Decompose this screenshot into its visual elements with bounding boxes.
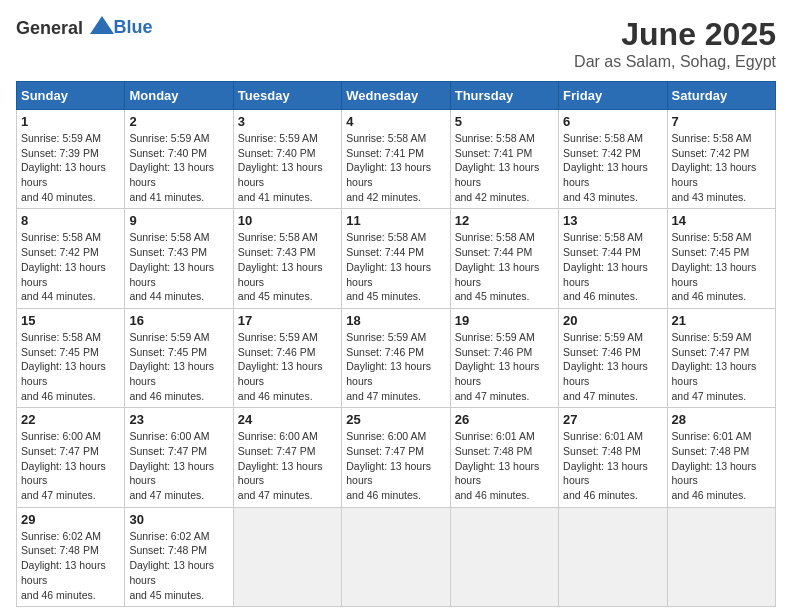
day-info: Sunrise: 5:58 AMSunset: 7:41 PMDaylight:… [455,131,554,204]
day-number: 30 [129,512,228,527]
day-number: 15 [21,313,120,328]
calendar-week-row: 15 Sunrise: 5:58 AMSunset: 7:45 PMDaylig… [17,308,776,407]
logo-icon [90,16,114,34]
calendar-day-cell: 8 Sunrise: 5:58 AMSunset: 7:42 PMDayligh… [17,209,125,308]
day-info: Sunrise: 6:00 AMSunset: 7:47 PMDaylight:… [129,429,228,502]
day-number: 9 [129,213,228,228]
day-number: 11 [346,213,445,228]
day-number: 25 [346,412,445,427]
day-info: Sunrise: 5:59 AMSunset: 7:39 PMDaylight:… [21,131,120,204]
calendar-day-cell: 29 Sunrise: 6:02 AMSunset: 7:48 PMDaylig… [17,507,125,606]
day-number: 27 [563,412,662,427]
calendar-day-cell: 3 Sunrise: 5:59 AMSunset: 7:40 PMDayligh… [233,110,341,209]
day-info: Sunrise: 5:58 AMSunset: 7:43 PMDaylight:… [129,230,228,303]
day-info: Sunrise: 5:59 AMSunset: 7:45 PMDaylight:… [129,330,228,403]
page-header: General Blue June 2025 Dar as Salam, Soh… [16,16,776,71]
day-info: Sunrise: 6:02 AMSunset: 7:48 PMDaylight:… [129,529,228,602]
calendar-day-cell: 9 Sunrise: 5:58 AMSunset: 7:43 PMDayligh… [125,209,233,308]
day-info: Sunrise: 6:01 AMSunset: 7:48 PMDaylight:… [563,429,662,502]
calendar-day-cell: 11 Sunrise: 5:58 AMSunset: 7:44 PMDaylig… [342,209,450,308]
day-info: Sunrise: 5:58 AMSunset: 7:45 PMDaylight:… [21,330,120,403]
weekday-header: Sunday [17,82,125,110]
day-number: 8 [21,213,120,228]
calendar-header-row: SundayMondayTuesdayWednesdayThursdayFrid… [17,82,776,110]
day-number: 23 [129,412,228,427]
calendar-day-cell: 1 Sunrise: 5:59 AMSunset: 7:39 PMDayligh… [17,110,125,209]
title-area: June 2025 Dar as Salam, Sohag, Egypt [574,16,776,71]
day-info: Sunrise: 5:58 AMSunset: 7:44 PMDaylight:… [563,230,662,303]
day-info: Sunrise: 5:58 AMSunset: 7:41 PMDaylight:… [346,131,445,204]
day-number: 19 [455,313,554,328]
calendar-day-cell: 13 Sunrise: 5:58 AMSunset: 7:44 PMDaylig… [559,209,667,308]
logo: General Blue [16,16,153,39]
day-number: 5 [455,114,554,129]
day-info: Sunrise: 5:58 AMSunset: 7:42 PMDaylight:… [672,131,771,204]
calendar-body: 1 Sunrise: 5:59 AMSunset: 7:39 PMDayligh… [17,110,776,607]
calendar-day-cell: 17 Sunrise: 5:59 AMSunset: 7:46 PMDaylig… [233,308,341,407]
day-info: Sunrise: 5:59 AMSunset: 7:40 PMDaylight:… [238,131,337,204]
day-info: Sunrise: 6:01 AMSunset: 7:48 PMDaylight:… [455,429,554,502]
day-info: Sunrise: 6:00 AMSunset: 7:47 PMDaylight:… [238,429,337,502]
calendar-week-row: 8 Sunrise: 5:58 AMSunset: 7:42 PMDayligh… [17,209,776,308]
day-number: 4 [346,114,445,129]
calendar-day-cell [559,507,667,606]
calendar-day-cell: 4 Sunrise: 5:58 AMSunset: 7:41 PMDayligh… [342,110,450,209]
day-number: 14 [672,213,771,228]
day-info: Sunrise: 5:58 AMSunset: 7:42 PMDaylight:… [21,230,120,303]
day-number: 26 [455,412,554,427]
day-info: Sunrise: 6:02 AMSunset: 7:48 PMDaylight:… [21,529,120,602]
calendar-day-cell: 28 Sunrise: 6:01 AMSunset: 7:48 PMDaylig… [667,408,775,507]
day-info: Sunrise: 6:00 AMSunset: 7:47 PMDaylight:… [346,429,445,502]
weekday-header: Thursday [450,82,558,110]
day-number: 1 [21,114,120,129]
day-info: Sunrise: 5:59 AMSunset: 7:46 PMDaylight:… [455,330,554,403]
day-number: 21 [672,313,771,328]
calendar-day-cell: 26 Sunrise: 6:01 AMSunset: 7:48 PMDaylig… [450,408,558,507]
calendar-day-cell: 14 Sunrise: 5:58 AMSunset: 7:45 PMDaylig… [667,209,775,308]
day-number: 17 [238,313,337,328]
calendar-day-cell: 7 Sunrise: 5:58 AMSunset: 7:42 PMDayligh… [667,110,775,209]
calendar-week-row: 29 Sunrise: 6:02 AMSunset: 7:48 PMDaylig… [17,507,776,606]
day-info: Sunrise: 5:58 AMSunset: 7:44 PMDaylight:… [346,230,445,303]
calendar-day-cell: 25 Sunrise: 6:00 AMSunset: 7:47 PMDaylig… [342,408,450,507]
day-info: Sunrise: 5:59 AMSunset: 7:46 PMDaylight:… [563,330,662,403]
day-info: Sunrise: 5:58 AMSunset: 7:42 PMDaylight:… [563,131,662,204]
calendar-day-cell: 16 Sunrise: 5:59 AMSunset: 7:45 PMDaylig… [125,308,233,407]
day-number: 6 [563,114,662,129]
calendar-day-cell: 20 Sunrise: 5:59 AMSunset: 7:46 PMDaylig… [559,308,667,407]
calendar-week-row: 22 Sunrise: 6:00 AMSunset: 7:47 PMDaylig… [17,408,776,507]
day-number: 13 [563,213,662,228]
calendar-day-cell: 30 Sunrise: 6:02 AMSunset: 7:48 PMDaylig… [125,507,233,606]
day-number: 7 [672,114,771,129]
weekday-header: Saturday [667,82,775,110]
calendar-day-cell [233,507,341,606]
day-number: 20 [563,313,662,328]
day-info: Sunrise: 5:59 AMSunset: 7:46 PMDaylight:… [238,330,337,403]
calendar-day-cell: 12 Sunrise: 5:58 AMSunset: 7:44 PMDaylig… [450,209,558,308]
calendar-day-cell: 10 Sunrise: 5:58 AMSunset: 7:43 PMDaylig… [233,209,341,308]
month-title: June 2025 [574,16,776,53]
day-info: Sunrise: 5:59 AMSunset: 7:40 PMDaylight:… [129,131,228,204]
day-number: 24 [238,412,337,427]
logo-blue: Blue [114,17,153,38]
day-info: Sunrise: 5:58 AMSunset: 7:44 PMDaylight:… [455,230,554,303]
day-number: 29 [21,512,120,527]
weekday-header: Monday [125,82,233,110]
calendar-day-cell: 18 Sunrise: 5:59 AMSunset: 7:46 PMDaylig… [342,308,450,407]
calendar-day-cell [342,507,450,606]
calendar-week-row: 1 Sunrise: 5:59 AMSunset: 7:39 PMDayligh… [17,110,776,209]
day-info: Sunrise: 6:00 AMSunset: 7:47 PMDaylight:… [21,429,120,502]
calendar-day-cell [450,507,558,606]
day-number: 3 [238,114,337,129]
day-info: Sunrise: 6:01 AMSunset: 7:48 PMDaylight:… [672,429,771,502]
calendar-day-cell: 19 Sunrise: 5:59 AMSunset: 7:46 PMDaylig… [450,308,558,407]
calendar-day-cell: 15 Sunrise: 5:58 AMSunset: 7:45 PMDaylig… [17,308,125,407]
weekday-header: Tuesday [233,82,341,110]
calendar-day-cell: 27 Sunrise: 6:01 AMSunset: 7:48 PMDaylig… [559,408,667,507]
logo-general: General [16,18,83,38]
day-info: Sunrise: 5:58 AMSunset: 7:45 PMDaylight:… [672,230,771,303]
day-number: 18 [346,313,445,328]
day-info: Sunrise: 5:58 AMSunset: 7:43 PMDaylight:… [238,230,337,303]
calendar-day-cell: 2 Sunrise: 5:59 AMSunset: 7:40 PMDayligh… [125,110,233,209]
day-number: 2 [129,114,228,129]
